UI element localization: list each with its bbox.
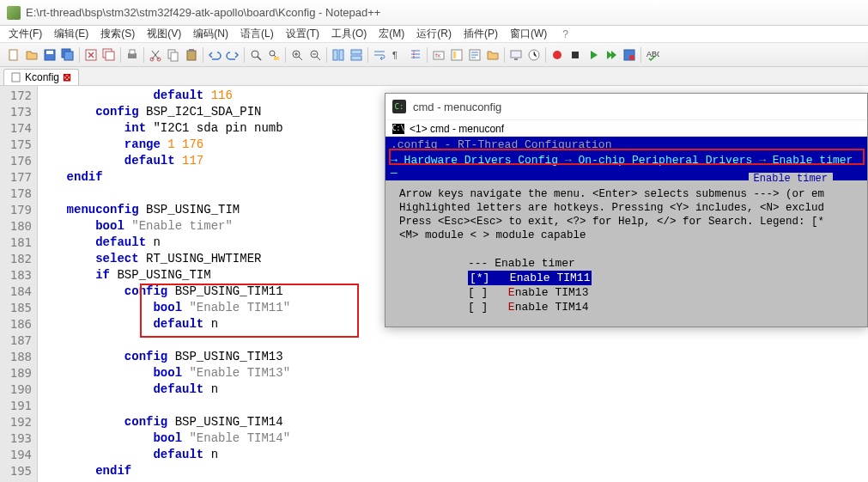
folder-tree-icon[interactable] <box>484 46 501 64</box>
menuconfig-panel: Enable timer Arrow keys navigate the men… <box>385 180 867 326</box>
indent-guide-icon[interactable] <box>407 46 424 64</box>
save-all-icon[interactable] <box>59 46 76 64</box>
tab-close-icon[interactable]: ⊠ <box>63 71 71 83</box>
cmd-tabbar: C:\ <1> cmd - menuconf <box>385 119 867 137</box>
spellcheck-icon[interactable]: ABC <box>644 46 661 64</box>
cut-icon[interactable] <box>147 46 164 64</box>
tab-kconfig[interactable]: Kconfig ⊠ <box>3 69 79 85</box>
menu-window[interactable]: 窗口(W) <box>505 25 552 43</box>
new-file-icon[interactable] <box>5 46 22 64</box>
svg-rect-35 <box>572 52 579 58</box>
print-icon[interactable] <box>124 46 141 64</box>
cmd-titlebar[interactable]: C: cmd - menuconfig <box>385 94 867 119</box>
svg-rect-2 <box>46 51 53 54</box>
play-multi-icon[interactable] <box>603 46 620 64</box>
svg-rect-22 <box>339 50 343 60</box>
wordwrap-icon[interactable] <box>371 46 388 64</box>
svg-rect-29 <box>453 52 456 58</box>
close-icon[interactable] <box>82 46 100 64</box>
menu-macro[interactable]: 宏(M) <box>373 25 410 43</box>
svg-rect-13 <box>171 52 178 61</box>
option-list: --- Enable timer[*] Enable TIM11[ ] Enab… <box>468 256 853 314</box>
file-icon <box>11 72 21 82</box>
svg-rect-39 <box>12 73 20 82</box>
record-macro-icon[interactable] <box>549 46 566 64</box>
svg-rect-32 <box>514 58 518 60</box>
menu-search[interactable]: 搜索(S) <box>95 25 140 43</box>
cmd-window[interactable]: C: cmd - menuconfig C:\ <1> cmd - menuco… <box>385 93 868 327</box>
close-all-icon[interactable] <box>100 46 118 64</box>
menu-file[interactable]: 文件(F) <box>3 25 47 43</box>
cmd-tab-label[interactable]: <1> cmd - menuconf <box>410 123 504 135</box>
svg-point-34 <box>553 51 561 59</box>
cmd-tab-icon: C:\ <box>392 124 404 134</box>
svg-rect-9 <box>130 50 135 54</box>
menuconfig-option[interactable]: [*] Enable TIM11 <box>468 271 853 285</box>
svg-text:fx: fx <box>435 52 440 59</box>
svg-point-37 <box>629 55 634 60</box>
svg-rect-0 <box>9 50 17 60</box>
terminal-icon: C: <box>392 100 406 113</box>
open-file-icon[interactable] <box>23 46 40 64</box>
svg-rect-15 <box>189 49 194 52</box>
menuconfig-option[interactable]: [ ] Enable TIM14 <box>468 300 853 314</box>
save-macro-icon[interactable] <box>621 46 638 64</box>
window-titlebar: E:\rt-thread\bsp\stm32\stm32f429-atk-apo… <box>0 0 868 26</box>
svg-rect-28 <box>452 50 462 60</box>
document-tabs: Kconfig ⊠ <box>0 67 868 86</box>
doc-map-icon[interactable] <box>448 46 465 64</box>
svg-rect-18 <box>274 57 279 60</box>
app-icon <box>7 6 21 20</box>
menu-encoding[interactable]: 编码(N) <box>188 25 234 43</box>
show-all-chars-icon[interactable]: ¶ <box>389 46 406 64</box>
cmd-body[interactable]: .config - RT-Thread Configuration → Hard… <box>385 137 867 326</box>
menuconfig-option[interactable]: [ ] Enable TIM13 <box>468 285 853 300</box>
play-macro-icon[interactable] <box>585 46 602 64</box>
lang-icon[interactable]: fx <box>430 46 447 64</box>
window-title: E:\rt-thread\bsp\stm32\stm32f429-atk-apo… <box>26 6 380 19</box>
svg-point-16 <box>252 51 258 58</box>
menu-help[interactable]: ? <box>557 27 574 42</box>
menu-plugins[interactable]: 插件(P) <box>458 25 503 43</box>
menu-view[interactable]: 视图(V) <box>142 25 186 43</box>
svg-rect-4 <box>64 52 73 60</box>
panel-title: Enable timer <box>749 173 833 186</box>
menu-run[interactable]: 运行(R) <box>411 25 457 43</box>
stop-macro-icon[interactable] <box>567 46 584 64</box>
redo-icon[interactable] <box>224 46 241 64</box>
svg-rect-31 <box>511 51 521 58</box>
func-list-icon[interactable] <box>466 46 483 64</box>
zoom-in-icon[interactable] <box>288 46 306 64</box>
svg-rect-14 <box>187 51 196 60</box>
cmd-title-text: cmd - menuconfig <box>413 101 501 113</box>
menu-tools[interactable]: 工具(O) <box>326 25 372 43</box>
svg-rect-7 <box>106 52 114 60</box>
save-icon[interactable] <box>41 46 58 64</box>
toolbar: ¶ fx ABC <box>0 43 868 67</box>
line-number-gutter: 1721731741751761771781791801811821831841… <box>0 86 38 482</box>
undo-icon[interactable] <box>206 46 223 64</box>
svg-rect-24 <box>351 56 361 60</box>
clipboard-history-icon[interactable] <box>525 46 543 64</box>
zoom-out-icon[interactable] <box>307 46 324 64</box>
paste-icon[interactable] <box>183 46 200 64</box>
cmd-header: .config - RT-Thread Configuration <box>385 137 867 153</box>
svg-rect-21 <box>333 50 337 60</box>
copy-icon[interactable] <box>165 46 182 64</box>
panel-instructions: Arrow keys navigate the menu. <Enter> se… <box>399 187 853 242</box>
svg-text:¶: ¶ <box>392 50 398 60</box>
menu-settings[interactable]: 设置(T) <box>281 25 325 43</box>
svg-rect-23 <box>351 50 361 54</box>
menu-bar: 文件(F) 编辑(E) 搜索(S) 视图(V) 编码(N) 语言(L) 设置(T… <box>0 26 868 43</box>
sync-v-icon[interactable] <box>330 46 347 64</box>
sync-h-icon[interactable] <box>348 46 365 64</box>
replace-icon[interactable] <box>265 46 282 64</box>
menu-language[interactable]: 语言(L) <box>235 25 279 43</box>
tab-label: Kconfig <box>25 71 59 83</box>
monitor-icon[interactable] <box>507 46 525 64</box>
find-icon[interactable] <box>247 46 264 64</box>
menu-edit[interactable]: 编辑(E) <box>49 25 94 43</box>
